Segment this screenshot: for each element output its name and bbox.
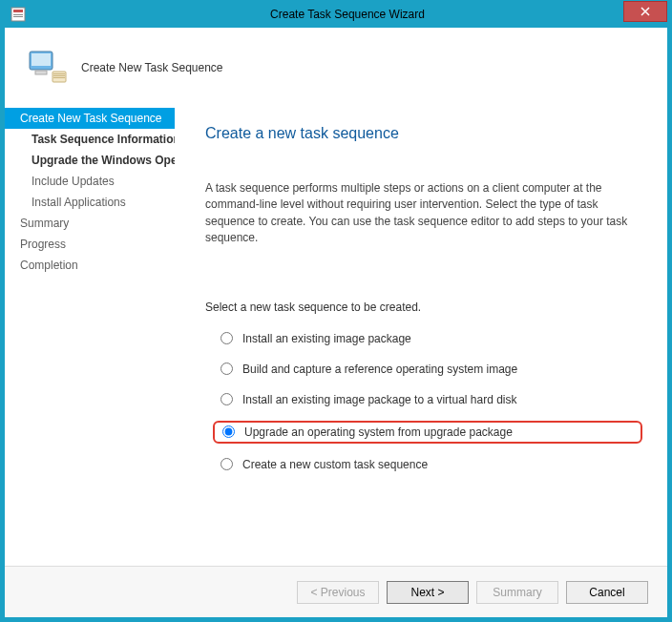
summary-button[interactable]: Summary [476,581,558,604]
task-option-radio[interactable] [220,458,233,470]
step-list: Create New Task SequenceTask Sequence In… [5,108,175,276]
wizard-window: Create Task Sequence Wizard Create New T… [4,0,668,618]
sidebar-step[interactable]: Progress [5,234,175,255]
next-button[interactable]: Next > [387,581,469,604]
task-option-radio[interactable] [220,363,233,375]
task-option-label: Upgrade an operating system from upgrade… [244,425,513,439]
svg-rect-10 [53,77,65,78]
svg-rect-1 [13,10,23,12]
sidebar-step[interactable]: Completion [5,255,175,276]
task-option-label: Install an existing image package [242,332,411,345]
sidebar-step[interactable]: Include Updates [5,171,175,192]
description-text: A task sequence performs multiple steps … [205,180,642,247]
svg-rect-2 [13,14,23,15]
svg-rect-3 [13,16,23,17]
sidebar-step[interactable]: Install Applications [5,192,175,213]
previous-button[interactable]: < Previous [297,581,379,604]
main-panel: Create a new task sequence A task sequen… [175,108,667,556]
svg-rect-5 [32,53,51,66]
computer-icon [26,47,68,89]
page-heading: Create a new task sequence [205,125,642,142]
task-option[interactable]: Install an existing image package [213,329,642,348]
sidebar-step[interactable]: Create New Task Sequence [5,108,175,129]
body: Create New Task SequenceTask Sequence In… [5,108,667,556]
task-option-radio[interactable] [220,332,233,344]
svg-rect-7 [52,72,66,82]
close-button[interactable] [623,1,667,22]
task-option-radio[interactable] [222,425,235,438]
task-option[interactable]: Install an existing image package to a v… [213,390,642,409]
sidebar: Create New Task SequenceTask Sequence In… [5,108,175,556]
task-option[interactable]: Create a new custom task sequence [213,455,642,474]
footer: < Previous Next > Summary Cancel [5,566,667,617]
titlebar[interactable]: Create Task Sequence Wizard [5,1,667,28]
sidebar-step[interactable]: Task Sequence Information [5,129,175,150]
svg-rect-9 [53,75,65,76]
task-option-label: Create a new custom task sequence [242,458,428,471]
content: Create New Task Sequence Create New Task… [5,28,667,617]
task-option-radio[interactable] [220,393,233,405]
task-option-label: Install an existing image package to a v… [242,393,517,406]
cancel-button[interactable]: Cancel [566,581,648,604]
header: Create New Task Sequence [5,28,667,94]
task-option[interactable]: Upgrade an operating system from upgrade… [213,421,642,444]
option-list: Install an existing image packageBuild a… [205,329,642,474]
sidebar-step[interactable]: Summary [5,213,175,234]
select-label: Select a new task sequence to be created… [205,301,642,314]
task-option[interactable]: Build and capture a reference operating … [213,360,642,379]
svg-rect-8 [53,73,65,74]
app-icon [9,5,28,24]
sidebar-step[interactable]: Upgrade the Windows Operating System [5,150,175,171]
svg-rect-6 [35,71,47,74]
header-subtitle: Create New Task Sequence [81,61,223,74]
task-option-label: Build and capture a reference operating … [242,363,517,376]
window-title: Create Task Sequence Wizard [28,8,667,21]
